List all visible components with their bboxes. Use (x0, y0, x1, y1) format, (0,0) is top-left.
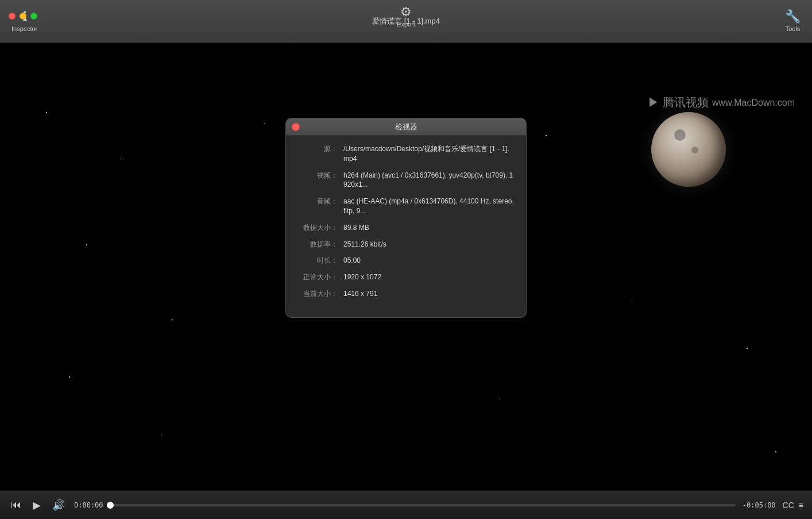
info-row-source: 源： /Users/macdown/Desktop/视频和音乐/爱情谎言 [1 … (297, 144, 515, 164)
info-row-current-size: 当前大小： 1416 x 791 (297, 289, 515, 299)
chapters-button[interactable]: ≡ (799, 501, 803, 510)
info-value-source: /Users/macdown/Desktop/视频和音乐/爱情谎言 [1 - 1… (343, 144, 515, 164)
dialog-title: 检视器 (395, 122, 417, 132)
star-decoration (500, 399, 500, 400)
progress-bar[interactable] (110, 504, 736, 506)
toolbar: ℹ Inspector 爱情谎言 [1 - 1].mp4 ⚙ Export 🔧 … (0, 0, 812, 43)
info-row-video: 视频： h264 (Main) (avc1 / 0x31637661), yuv… (297, 171, 515, 190)
inspector-dialog: × 检视器 源： /Users/macdown/Desktop/视频和音乐/爱情… (285, 118, 527, 318)
watermark-logo-icon: ▶ 腾讯视频 (648, 95, 709, 110)
info-value-bitrate: 2511.26 kbit/s (343, 240, 386, 249)
play-button[interactable]: ▶ (30, 499, 43, 512)
star-decoration (264, 124, 265, 124)
star-decoration (161, 434, 161, 435)
info-row-datasize: 数据大小： 89.8 MB (297, 223, 515, 233)
star-decoration (632, 302, 632, 302)
info-value-duration: 05:00 (343, 256, 361, 266)
tools-label: Tools (786, 25, 801, 32)
export-icon: ⚙ (400, 6, 412, 18)
star-decoration (121, 158, 121, 159)
captions-button[interactable]: CC (783, 501, 794, 510)
info-value-video: h264 (Main) (avc1 / 0x31637661), yuv420p… (343, 171, 515, 190)
info-value-normal-size: 1920 x 1072 (343, 272, 381, 282)
star-decoration (775, 451, 776, 452)
dialog-body: 源： /Users/macdown/Desktop/视频和音乐/爱情谎言 [1 … (286, 136, 526, 317)
info-row-audio: 音频： aac (HE-AAC) (mp4a / 0x6134706D), 44… (297, 197, 515, 216)
controls-bar: ⏮ ▶ 🔊 0:00:00 -0:05:00 CC ≡ (0, 490, 812, 519)
time-current: 0:00:00 (74, 501, 103, 509)
window-controls (9, 13, 37, 20)
info-label-audio: 音频： (297, 197, 338, 216)
star-decoration (546, 135, 547, 136)
maximize-button[interactable] (30, 13, 37, 20)
info-label-duration: 时长： (297, 256, 338, 266)
export-label: Export (397, 21, 415, 28)
time-remaining: -0:05:00 (743, 501, 776, 509)
info-label-normal-size: 正常大小： (297, 272, 338, 282)
watermark-text: www.MacDown.com (712, 98, 795, 108)
progress-thumb (107, 502, 114, 509)
export-toolbar-item[interactable]: ⚙ Export (397, 6, 415, 28)
controls-right: CC ≡ (783, 501, 803, 510)
skip-back-button[interactable]: ⏮ (9, 499, 24, 511)
star-decoration (747, 348, 748, 349)
info-label-video: 视频： (297, 171, 338, 190)
minimize-button[interactable] (20, 13, 26, 20)
info-row-normal-size: 正常大小： 1920 x 1072 (297, 272, 515, 282)
dialog-titlebar: × 检视器 (286, 118, 526, 136)
info-value-audio: aac (HE-AAC) (mp4a / 0x6134706D), 44100 … (343, 197, 515, 216)
moon-decoration (651, 112, 726, 187)
info-row-duration: 时长： 05:00 (297, 256, 515, 266)
close-button[interactable] (9, 13, 16, 20)
tools-icon: 🔧 (785, 10, 801, 23)
star-decoration (172, 319, 173, 320)
inspector-label: Inspector (11, 25, 37, 32)
star-decoration (86, 244, 87, 245)
info-label-current-size: 当前大小： (297, 289, 338, 299)
info-label-bitrate: 数据率： (297, 240, 338, 249)
dialog-close-button[interactable]: × (292, 123, 300, 131)
volume-button[interactable]: 🔊 (50, 499, 67, 512)
watermark: ▶ 腾讯视频 www.MacDown.com (648, 95, 795, 110)
info-value-datasize: 89.8 MB (343, 223, 369, 233)
info-row-bitrate: 数据率： 2511.26 kbit/s (297, 240, 515, 249)
info-label-source: 源： (297, 144, 338, 164)
info-value-current-size: 1416 x 791 (343, 289, 377, 299)
star-decoration (46, 112, 47, 113)
star-decoration (69, 376, 70, 378)
tools-toolbar-item[interactable]: 🔧 Tools (785, 10, 801, 32)
video-area: ▶ 腾讯视频 www.MacDown.com × 检视器 源： /Users/m… (0, 43, 812, 490)
info-label-datasize: 数据大小： (297, 223, 338, 233)
